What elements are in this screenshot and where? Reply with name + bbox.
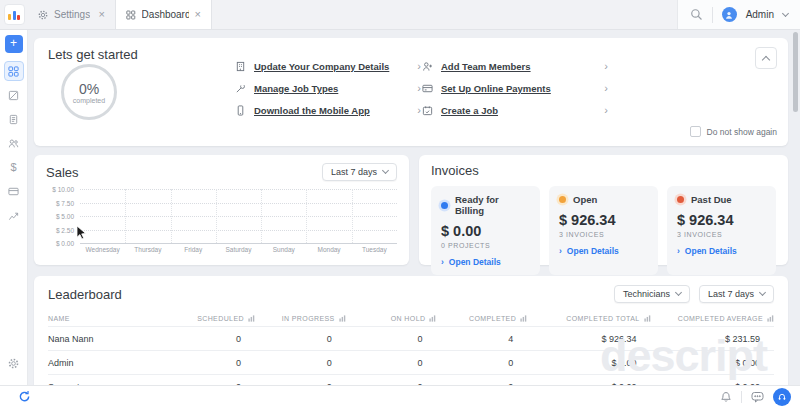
headset-icon (777, 392, 787, 402)
sidebar-item-finance[interactable]: $ (4, 157, 24, 177)
status-dot-icon (677, 196, 684, 203)
table-row[interactable]: Admin 0 0 0 0 $ 0.00 $ 0.00 (48, 350, 774, 374)
link-manage-job-types[interactable]: Manage Job Types › (235, 82, 421, 95)
status-dot-icon (441, 202, 448, 209)
sidebar-item-dashboard[interactable] (4, 61, 24, 81)
link-add-team-members[interactable]: Add Team Members › (422, 60, 608, 73)
column-header[interactable]: IN PROGRESS (255, 315, 346, 322)
table-row[interactable]: Nana Nann 0 0 0 4 $ 926.34 $ 231.59 (48, 326, 774, 350)
sidebar-item-documents[interactable] (4, 109, 24, 129)
invoice-amount: $ 926.34 (559, 212, 648, 228)
column-header[interactable]: COMPLETED TOTAL (527, 315, 650, 322)
chart-gridline (80, 189, 397, 190)
sync-icon[interactable] (18, 390, 31, 403)
avatar[interactable] (722, 7, 737, 22)
top-tab-bar: Settings × Dashboard × Admin (0, 0, 800, 30)
app-logo[interactable] (0, 0, 28, 29)
column-header[interactable]: NAME (48, 315, 164, 322)
cell-on-hold: 0 (346, 334, 437, 344)
team-icon (8, 138, 19, 149)
getting-started-panel: Lets get started 0% completed Update You… (34, 38, 788, 146)
bell-icon[interactable] (720, 391, 732, 403)
leaderboard-range-select[interactable]: Last 7 days (699, 285, 774, 303)
invoices-title: Invoices (431, 163, 776, 178)
column-header[interactable]: COMPLETED (436, 315, 527, 322)
column-header[interactable]: COMPLETED AVERAGE (651, 315, 774, 322)
table-row[interactable]: Support 0 0 0 0 $ 0.00 $ 0.00 (48, 374, 774, 385)
sales-range-select[interactable]: Last 7 days (322, 163, 397, 181)
support-button[interactable] (773, 388, 791, 406)
x-tick: Monday (306, 246, 351, 253)
close-icon[interactable]: × (99, 9, 105, 20)
search-icon[interactable] (690, 8, 703, 21)
invoice-count: 3 INVOICES (677, 231, 766, 238)
progress-caption: completed (73, 97, 105, 104)
wrench-icon (235, 83, 246, 94)
y-tick: $ 5.00 (46, 213, 74, 220)
chevron-down-icon[interactable] (782, 9, 789, 16)
open-details-link[interactable]: › Open Details (441, 257, 530, 267)
x-tick: Tuesday (352, 246, 397, 253)
chart-gridline (125, 189, 126, 243)
leaderboard-panel: Leaderboard Technicians Last 7 days NAME… (34, 276, 788, 385)
link-label: Add Team Members (441, 61, 531, 72)
sidebar-item-schedule[interactable] (4, 85, 24, 105)
link-label: Update Your Company Details (254, 61, 389, 72)
sidebar-item-payments[interactable] (4, 181, 24, 201)
cell-on-hold: 0 (346, 358, 437, 368)
column-header[interactable]: SCHEDULED (164, 315, 255, 322)
sidebar-item-reports[interactable] (4, 205, 24, 225)
link-update-company-details[interactable]: Update Your Company Details › (235, 60, 421, 73)
open-details-label: Open Details (567, 246, 619, 256)
tab-settings-label: Settings (54, 9, 90, 20)
cell-scheduled: 0 (164, 358, 255, 368)
y-tick: $ 7.50 (46, 199, 74, 206)
do-not-show-again: Do not show again (690, 126, 777, 137)
cell-name: Admin (48, 358, 164, 368)
sales-title: Sales (46, 165, 79, 180)
cell-name: Nana Nann (48, 334, 164, 344)
chart-gridline (261, 189, 262, 243)
invoice-card-past-due: Past Due $ 926.34 3 INVOICES › Open Deta… (667, 186, 776, 275)
chevron-right-icon: › (417, 61, 421, 72)
gear-icon (38, 10, 48, 20)
range-select-value: Last 7 days (708, 289, 754, 299)
invoice-count: 3 INVOICES (559, 231, 648, 238)
card-icon (8, 186, 19, 197)
close-icon[interactable]: × (195, 9, 201, 20)
column-header[interactable]: ON HOLD (346, 315, 437, 322)
link-download-mobile-app[interactable]: Download the Mobile App › (235, 104, 421, 117)
role-select-value: Technicians (623, 289, 670, 299)
sidebar-item-team[interactable] (4, 133, 24, 153)
x-axis-labels: Wednesday Thursday Friday Saturday Sunda… (80, 246, 397, 253)
leaderboard-role-select[interactable]: Technicians (614, 285, 690, 303)
schedule-icon (8, 90, 19, 101)
invoice-status-label: Past Due (691, 194, 732, 205)
invoice-status-label: Open (573, 194, 597, 205)
cell-scheduled: 0 (164, 334, 255, 344)
tab-settings[interactable]: Settings × (28, 0, 116, 29)
leaderboard-table: NAME SCHEDULED IN PROGRESS ON HOLD COMPL… (48, 310, 774, 385)
leaderboard-title: Leaderboard (48, 287, 122, 302)
tab-dashboard[interactable]: Dashboard × (116, 0, 212, 29)
link-create-a-job[interactable]: Create a Job › (422, 104, 608, 117)
open-details-link[interactable]: › Open Details (677, 246, 766, 256)
user-name[interactable]: Admin (746, 9, 774, 20)
progress-ring: 0% completed (61, 64, 117, 120)
chevron-right-icon: › (441, 257, 444, 267)
table-header-row: NAME SCHEDULED IN PROGRESS ON HOLD COMPL… (48, 310, 774, 326)
do-not-show-checkbox[interactable] (690, 126, 701, 137)
vertical-scrollbar[interactable] (793, 32, 798, 112)
sidebar-item-settings[interactable] (4, 353, 24, 373)
open-details-link[interactable]: › Open Details (559, 246, 648, 256)
create-new-button[interactable]: + (5, 35, 23, 53)
link-setup-online-payments[interactable]: Set Up Online Payments › (422, 82, 608, 95)
chat-icon[interactable] (751, 391, 764, 403)
sort-icon (429, 315, 436, 322)
invoice-card-open: Open $ 926.34 3 INVOICES › Open Details (549, 186, 658, 275)
chart-gridline (80, 216, 397, 217)
collapse-panel-button[interactable] (755, 47, 777, 69)
cell-completed: 4 (436, 334, 527, 344)
chevron-up-icon (762, 55, 770, 63)
chevron-right-icon: › (417, 83, 421, 94)
